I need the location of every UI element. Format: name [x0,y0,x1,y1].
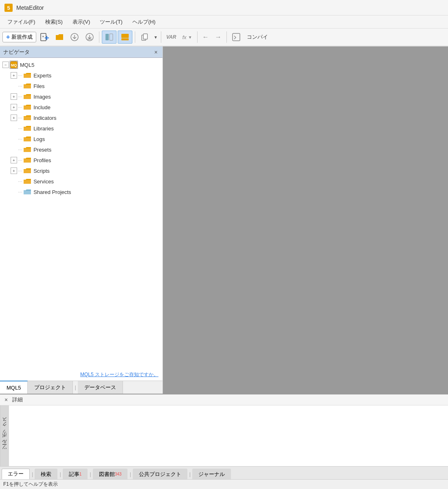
var-button[interactable]: VAR [164,33,178,42]
new-button-label: 新規作成 [11,33,33,41]
separator-3 [161,31,161,43]
var-icon: VAR [166,34,176,40]
bottom-tab-journal[interactable]: ジャーナル [192,469,231,479]
indicators-expand-btn[interactable]: + [11,115,17,121]
tree-item-scripts[interactable]: + ···· Scripts [0,165,163,176]
tree-connector-presets: ···· [18,148,22,152]
bottom-tab-sep2: | [58,469,62,479]
navigator-toggle-button[interactable] [102,31,116,44]
separator-5 [226,31,227,43]
new-button[interactable]: + 新規作成 [2,32,36,42]
tree-item-include[interactable]: + ···· Include [0,102,163,112]
tree-item-profiles[interactable]: + ···· Profiles [0,155,163,165]
bottom-tab-public-projects[interactable]: 公共プロジェクト [133,469,187,479]
bottom-tab-search[interactable]: 検索 [35,469,57,479]
dropdown-btn[interactable]: ▼ [153,33,158,41]
nav-tab-mql5[interactable]: MQL5 [0,381,28,394]
svg-text:+: + [42,35,44,39]
presets-folder-icon [23,146,31,153]
tree-item-libraries[interactable]: ···· Libraries [0,123,163,134]
bottom-section: × 詳細 ツールボックス エラー | 検索 | 記事1 | 図書館343 | 公… [0,394,448,479]
mql5-root-icon: MQ [10,61,18,69]
dropdown-arrow-icon: ▼ [154,35,158,40]
files-folder-icon [23,83,31,89]
tree-item-experts[interactable]: + ···· Experts [0,70,163,81]
nav-tab-projects[interactable]: プロジェクト [28,381,73,394]
tree-item-indicators[interactable]: + ···· Indicators [0,112,163,123]
tree-root[interactable]: − MQ MQL5 [0,59,163,70]
compile-icon-btn[interactable] [229,31,243,43]
tree-area[interactable]: − MQ MQL5 + ···· Experts [0,58,163,369]
tree-connector-indicators: ···· [18,116,22,120]
tree-connector-include: ···· [18,105,22,110]
promo-link[interactable]: MQL5 ストレージをご存知ですか。 [0,369,163,381]
tree-item-images[interactable]: + ···· Images [0,91,163,102]
forward-button[interactable]: → [213,32,224,42]
download-button[interactable] [68,31,81,43]
toolbox-side-tab[interactable]: ツールボックス [0,405,9,466]
app-icon: 5 [4,3,13,12]
main-area: ナビゲータ × − MQ MQL5 + ···· [0,46,448,394]
compile-button[interactable]: コンパイ [244,32,270,42]
include-expand-btn[interactable]: + [11,104,17,110]
navigator-close-button[interactable]: × [153,49,159,55]
fx-icon: fx [182,34,187,40]
images-folder-icon [23,93,31,100]
logs-label: Logs [33,136,45,142]
files-label: Files [33,83,44,89]
tree-item-logs[interactable]: ···· Logs [0,134,163,144]
fx-button[interactable]: fx ▼ [180,33,195,42]
scripts-expand-btn[interactable]: + [11,167,17,174]
experts-label: Experts [33,73,51,79]
profiles-folder-icon [23,157,31,163]
include-label: Include [33,104,51,110]
menu-search[interactable]: 検索(S) [41,17,67,27]
navigator-title: ナビゲータ [3,48,30,56]
bottom-tab-library[interactable]: 図書館343 [93,469,128,479]
images-expand-btn[interactable]: + [11,93,17,100]
bottom-title: 詳細 [12,396,23,403]
panel-toggle-button[interactable] [118,31,132,44]
bottom-main-area [9,405,448,466]
download-icon [70,33,79,42]
menu-view[interactable]: 表示(V) [68,17,94,27]
tree-item-shared-projects[interactable]: ···· Shared Projects [0,187,163,197]
copy-icon [140,33,149,42]
tree-item-files[interactable]: ···· Files [0,81,163,91]
plus-icon: + [6,33,10,41]
navigator-header: ナビゲータ × [0,46,163,58]
libraries-folder-icon [23,125,31,132]
presets-label: Presets [33,147,51,153]
root-label: MQL5 [20,62,34,68]
open-folder-button[interactable] [53,31,66,43]
download2-button[interactable] [83,31,97,43]
tree-connector-libraries: ···· [18,126,22,131]
open-folder-icon [55,33,64,42]
bottom-tab-articles[interactable]: 記事1 [63,469,88,479]
tree-item-services[interactable]: ···· Services [0,176,163,187]
svg-rect-17 [233,33,240,41]
status-text: F1を押してヘルプを表示 [3,481,58,488]
menu-bar: ファイル(F) 検索(S) 表示(V) ツール(T) ヘルプ(H) [0,15,448,29]
menu-help[interactable]: ヘルプ(H) [128,17,160,27]
scripts-folder-icon [23,167,31,174]
bottom-close-button[interactable]: × [3,396,9,403]
add-file-button[interactable]: + [37,31,51,43]
navigator-panel: ナビゲータ × − MQ MQL5 + ···· [0,46,163,394]
tree-item-presets[interactable]: ···· Presets [0,144,163,155]
separator-2 [135,31,135,43]
experts-expand-btn[interactable]: + [11,72,17,79]
back-button[interactable]: ← [200,32,211,42]
menu-tools[interactable]: ツール(T) [96,17,127,27]
menu-file[interactable]: ファイル(F) [3,17,40,27]
nav-tab-database[interactable]: データベース [78,381,123,394]
svg-rect-16 [143,34,147,39]
bottom-tab-error[interactable]: エラー [2,469,30,479]
root-expand-button[interactable]: − [2,62,9,68]
download2-icon [85,33,94,42]
bottom-tab-sep1: | [30,469,35,479]
editor-area[interactable] [163,46,448,394]
tree-connector-shared: ···· [18,190,22,194]
copy-button[interactable] [138,31,152,43]
profiles-expand-btn[interactable]: + [11,157,17,163]
